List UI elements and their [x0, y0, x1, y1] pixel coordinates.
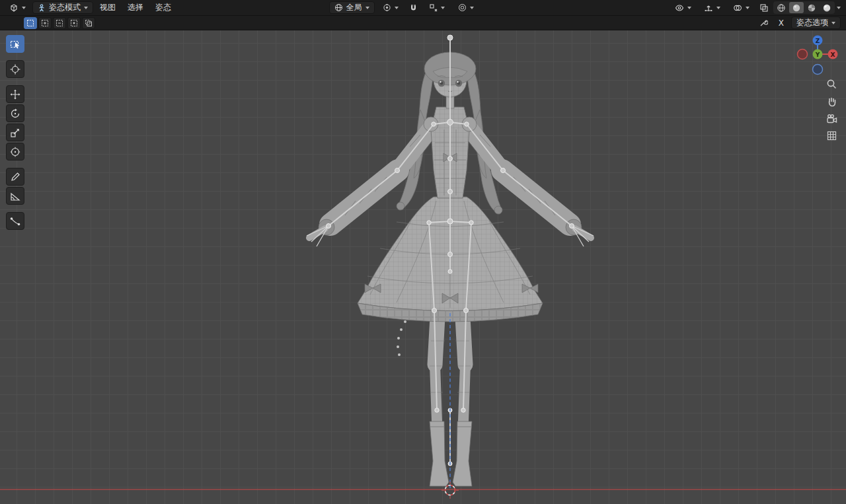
mode-label: 姿态模式	[49, 2, 81, 13]
xray-toggle-button[interactable]	[757, 1, 771, 14]
viewport-canvas[interactable]: Y Z X	[0, 30, 846, 504]
tool-transform[interactable]	[6, 143, 24, 161]
tool-box-select[interactable]	[6, 35, 24, 53]
orientation-label: 全局	[346, 2, 362, 13]
hand-icon	[826, 96, 837, 107]
snap-toggle-button[interactable]	[406, 1, 421, 14]
chevron-down-icon	[470, 7, 474, 9]
toolbar	[6, 35, 24, 230]
chevron-down-icon	[831, 22, 835, 24]
navigation-gizmo[interactable]: Y Z X	[794, 32, 841, 79]
menu-pose[interactable]: 姿态	[150, 1, 176, 14]
xray-icon	[759, 3, 769, 13]
proportional-editing-icon	[458, 3, 467, 12]
pose-mode-icon	[38, 4, 46, 12]
snap-target-icon	[429, 3, 438, 12]
tool-settings-bar: X 姿态选项	[0, 16, 846, 30]
shading-solid-button[interactable]	[789, 2, 804, 13]
viewport-header: 姿态模式 视图 选择 姿态 全局	[0, 0, 846, 16]
select-mode-buttons	[24, 17, 95, 29]
editor-type-icon	[9, 3, 19, 13]
chevron-down-icon	[365, 7, 369, 9]
chevron-down-icon	[441, 7, 445, 9]
select-mode-invert-button[interactable]	[67, 17, 81, 29]
overlays-icon	[733, 3, 742, 13]
close-button[interactable]: X	[775, 17, 787, 29]
pan-button[interactable]	[824, 94, 839, 108]
object-visibility-dropdown[interactable]	[670, 1, 697, 14]
axis-x-ball[interactable]: X	[828, 50, 838, 59]
snap-target-dropdown[interactable]	[424, 1, 450, 14]
chevron-down-icon[interactable]	[837, 7, 841, 9]
tool-scale[interactable]	[6, 124, 24, 141]
axis-x-negative-ball[interactable]	[798, 50, 808, 59]
overlays-dropdown[interactable]	[728, 1, 755, 14]
tool-move[interactable]	[6, 85, 24, 103]
shading-wireframe-button[interactable]	[774, 2, 788, 13]
shading-rendered-button[interactable]	[820, 2, 834, 13]
menu-select[interactable]: 选择	[122, 1, 149, 14]
tool-rotate[interactable]	[6, 104, 24, 122]
pose-options-label: 姿态选项	[796, 17, 828, 28]
pivot-point-icon	[383, 3, 391, 12]
shading-mode-segmented-control	[773, 1, 835, 14]
shading-material-button[interactable]	[804, 2, 819, 13]
select-mode-subtract-button[interactable]	[53, 17, 66, 29]
mode-dropdown[interactable]: 姿态模式	[32, 1, 93, 14]
globe-icon	[334, 3, 343, 12]
eye-icon	[675, 3, 684, 13]
chevron-down-icon	[746, 7, 750, 9]
menu-view[interactable]: 视图	[95, 1, 121, 14]
magnifier-icon	[826, 79, 837, 90]
transform-orientation-dropdown[interactable]: 全局	[329, 1, 375, 14]
tool-measure[interactable]	[6, 187, 24, 205]
select-mode-set-button[interactable]	[24, 17, 37, 29]
axis-y-label: Y	[815, 52, 820, 58]
magnet-icon	[409, 3, 418, 12]
gizmos-icon	[704, 3, 713, 13]
editor-type-button[interactable]	[4, 1, 31, 14]
tool-pose-breakdowner[interactable]	[6, 212, 24, 230]
gizmos-dropdown[interactable]	[699, 1, 726, 14]
pivot-point-dropdown[interactable]	[377, 1, 404, 14]
camera-icon	[826, 113, 837, 124]
zoom-button[interactable]	[824, 77, 839, 90]
tool-settings-icon-button[interactable]	[757, 17, 771, 29]
toggle-ortho-button[interactable]	[824, 129, 839, 142]
viewport-nav-buttons	[824, 77, 839, 142]
tool-cursor[interactable]	[6, 60, 24, 78]
grid-icon	[826, 130, 837, 141]
chevron-down-icon	[687, 7, 691, 9]
chevron-down-icon	[22, 7, 26, 9]
axis-z-negative-ball[interactable]	[813, 65, 823, 75]
axis-x-label: X	[831, 52, 835, 58]
axis-z-ball[interactable]: Z	[813, 36, 823, 46]
axis-y-ball[interactable]: Y	[813, 50, 823, 59]
chevron-down-icon	[84, 7, 88, 9]
tool-annotate[interactable]	[6, 168, 24, 186]
armature[interactable]	[307, 35, 594, 466]
camera-view-button[interactable]	[824, 112, 839, 125]
select-mode-intersect-button[interactable]	[82, 17, 95, 29]
chevron-down-icon	[395, 7, 399, 9]
chevron-down-icon	[716, 7, 720, 9]
pose-options-dropdown[interactable]: 姿态选项	[791, 17, 841, 29]
blender-window: 姿态模式 视图 选择 姿态 全局	[0, 0, 846, 504]
proportional-editing-dropdown[interactable]	[453, 1, 479, 14]
select-mode-extend-button[interactable]	[38, 17, 52, 29]
scene-svg	[0, 30, 846, 504]
axis-z-label: Z	[816, 38, 820, 44]
